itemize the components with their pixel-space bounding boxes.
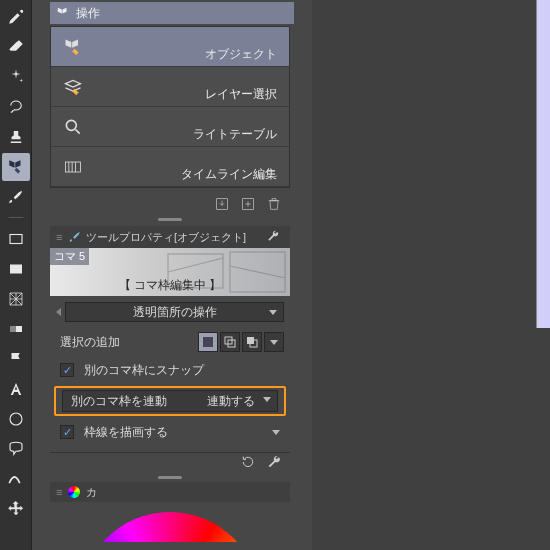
add-selection-label: 選択の追加: [56, 334, 198, 351]
dropdown-value: 透明箇所の操作: [133, 304, 217, 321]
subtool-label: オブジェクト: [87, 46, 281, 66]
tool-correct[interactable]: [2, 465, 30, 493]
tool-rect[interactable]: [2, 225, 30, 253]
tool-circle[interactable]: [2, 405, 30, 433]
subtool-light-table[interactable]: ライトテーブル: [51, 107, 289, 147]
preview-tag: コマ 5: [50, 248, 89, 265]
selection-mode-buttons: [198, 332, 284, 352]
property-footer: [50, 452, 290, 474]
preview-thumbnail: コマ 5 【 コマ枠編集中 】: [50, 248, 290, 296]
tool-text[interactable]: [2, 375, 30, 403]
color-palette-tabbar[interactable]: ≡ カ: [50, 482, 290, 502]
tool-move[interactable]: [2, 495, 30, 523]
color-wheel-icon: [68, 486, 80, 498]
select-sub-button[interactable]: [242, 332, 262, 352]
color-wheel[interactable]: [80, 512, 260, 542]
draw-border-checkbox[interactable]: [60, 425, 74, 439]
link-other-frame-value: 連動する: [207, 393, 277, 410]
tool-header: 操作: [50, 2, 294, 24]
select-add-button[interactable]: [220, 332, 240, 352]
subtool-label: タイムライン編集: [87, 166, 281, 186]
canvas-area: [312, 0, 550, 550]
chevron-down-icon: [270, 340, 278, 345]
wrench-icon[interactable]: [266, 229, 284, 245]
transparent-operation-dropdown[interactable]: 透明箇所の操作: [65, 302, 284, 322]
svg-point-6: [66, 120, 76, 130]
link-other-frame-row: 別のコマ枠を連動 連動する: [54, 386, 286, 416]
subtool-footer-buttons: [50, 194, 290, 216]
svg-point-5: [10, 413, 22, 425]
middle-column: 操作 オブジェクト レイヤー選択 ライトテーブル タイムライン編集 ≡ ツールプ…: [32, 0, 312, 550]
tool-header-label: 操作: [76, 5, 100, 22]
light-table-icon: [59, 113, 87, 141]
snap-other-frame-label: 別のコマ枠にスナップ: [80, 362, 284, 379]
chevron-down-icon: [263, 397, 271, 402]
subtool-layer-select[interactable]: レイヤー選択: [51, 67, 289, 107]
tool-flag[interactable]: [2, 345, 30, 373]
svg-rect-7: [66, 162, 81, 172]
left-tool-strip: [0, 0, 32, 550]
tool-gradient[interactable]: [2, 315, 30, 343]
tool-sparkle[interactable]: [2, 63, 30, 91]
operation-icon: [56, 6, 70, 20]
tool-brush[interactable]: [2, 183, 30, 211]
tool-balloon[interactable]: [2, 435, 30, 463]
draw-border-label: 枠線を描画する: [80, 424, 284, 441]
drag-handle-icon: ≡: [56, 486, 62, 498]
expand-icon[interactable]: [56, 308, 61, 316]
property-body: 透明箇所の操作 選択の追加 別のコマ枠にスナップ 別のコマ枠を連動 連動する: [50, 296, 290, 448]
layer-select-icon: [59, 73, 87, 101]
color-wheel-panel: [50, 502, 290, 542]
snap-other-frame-checkbox[interactable]: [60, 363, 74, 377]
brush-icon: [68, 230, 82, 244]
splitter-handle[interactable]: [50, 474, 290, 480]
tool-stamp[interactable]: [2, 123, 30, 151]
tool-property-title: ツールプロパティ[オブジェクト]: [86, 230, 246, 245]
select-menu-button[interactable]: [264, 332, 284, 352]
select-new-button[interactable]: [198, 332, 218, 352]
subtool-label: レイヤー選択: [87, 86, 281, 106]
drag-handle-icon: ≡: [56, 231, 64, 243]
trash-icon[interactable]: [266, 196, 282, 215]
svg-rect-1: [10, 235, 22, 244]
tool-eyedropper[interactable]: [2, 3, 30, 31]
svg-line-12: [168, 258, 223, 272]
settings-wrench-icon[interactable]: [266, 454, 282, 473]
link-other-frame-label: 別のコマ枠を連動: [63, 393, 207, 410]
svg-rect-2: [10, 265, 22, 274]
tool-lasso[interactable]: [2, 93, 30, 121]
object-icon: [59, 33, 87, 61]
canvas-edge[interactable]: [536, 0, 550, 328]
link-other-frame-dropdown[interactable]: 別のコマ枠を連動 連動する: [62, 390, 278, 412]
subtool-label: ライトテーブル: [87, 126, 281, 146]
preview-caption: 【 コマ枠編集中 】: [50, 277, 290, 294]
tool-mesh[interactable]: [2, 285, 30, 313]
svg-rect-4: [10, 326, 16, 332]
chevron-down-icon: [269, 310, 277, 315]
subtool-timeline-edit[interactable]: タイムライン編集: [51, 147, 289, 187]
tool-operation[interactable]: [2, 153, 30, 181]
duplicate-icon[interactable]: [240, 196, 256, 215]
tool-eraser[interactable]: [2, 33, 30, 61]
splitter-handle[interactable]: [50, 216, 290, 222]
tool-divider: [2, 213, 30, 223]
subtool-object[interactable]: オブジェクト: [51, 27, 289, 67]
reset-icon[interactable]: [240, 454, 256, 473]
tool-rect-fill[interactable]: [2, 255, 30, 283]
chevron-down-icon[interactable]: [272, 430, 280, 435]
svg-rect-0: [9, 217, 24, 218]
import-icon[interactable]: [214, 196, 230, 215]
color-tab-label: カ: [86, 485, 97, 500]
timeline-icon: [59, 153, 87, 181]
subtool-panel: オブジェクト レイヤー選択 ライトテーブル タイムライン編集: [50, 26, 290, 188]
svg-rect-14: [203, 337, 213, 347]
tool-property-titlebar[interactable]: ≡ ツールプロパティ[オブジェクト]: [50, 226, 290, 248]
